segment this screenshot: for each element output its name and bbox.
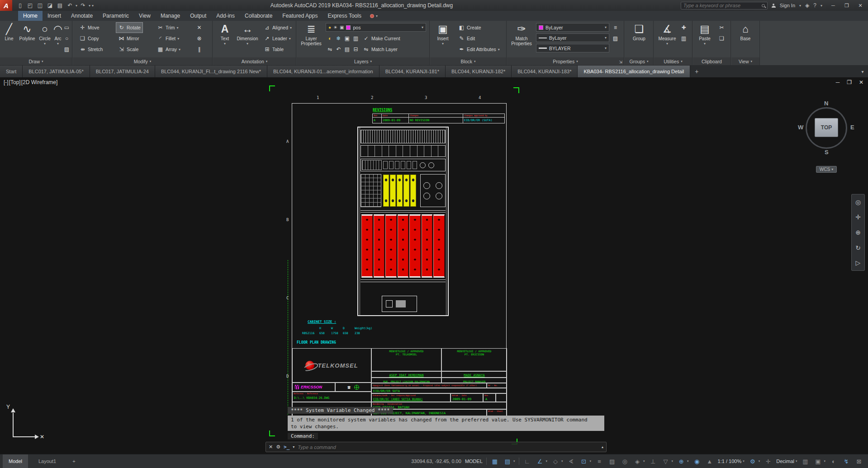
file-tab[interactable]: BLC044, KURANJI-01...acement_information [267,66,379,77]
viewcube-west[interactable]: W [798,124,803,131]
leader-tool[interactable]: ↗Leader▾ [262,33,293,43]
quick-select-tool[interactable]: ▥ [680,33,687,43]
measure-tool[interactable]: ∡ Measure ▾ [656,22,678,57]
gizmo-dropdown-icon[interactable]: ▾ [687,459,689,463]
ribbon-tab-parametric[interactable]: Parametric [98,11,134,21]
ribbon-tab-insert[interactable]: Insert [43,11,66,21]
clean-screen-icon[interactable]: ⊠ [854,458,863,465]
match-properties-tool[interactable]: ✑ Match Properties [509,22,534,57]
redo-dropdown-icon[interactable]: ▾ [89,4,90,8]
view-controls-button[interactable]: [Top] [9,79,21,85]
ribbon-tab-output[interactable]: Output [185,11,211,21]
save-icon[interactable]: ◫ [36,1,44,10]
file-tab-active[interactable]: KBA034- RBS2116_allocation_drawing Detai… [578,66,690,77]
panel-label-modify[interactable]: Modify▾ [73,57,212,65]
ribbon-tab-addins[interactable]: Add-ins [211,11,240,21]
autoscale-icon[interactable]: ▲ [705,458,714,465]
properties-list-tool[interactable]: ≡ [612,23,619,33]
recent-commands-icon[interactable]: ▾ [293,445,294,449]
copy-tool[interactable]: ❏Copy [77,33,101,43]
file-tab[interactable]: BLC017, JATIMULIA-05* [23,66,90,77]
move-tool[interactable]: ✛Move [77,23,101,33]
layer-properties-tool[interactable]: ≣ Layer Properties [299,22,324,57]
lineweight-dropdown[interactable]: BYLAYER ▾ [536,44,609,52]
explode-tool[interactable]: ⊗ [196,33,203,43]
snap-dropdown-icon[interactable]: ▾ [513,459,515,463]
showmotion-icon[interactable]: ▷ [856,259,861,266]
orbit-icon[interactable]: ↻ [855,244,861,251]
id-point-tool[interactable]: ✚ [680,23,687,33]
rectangle-tool[interactable]: ▭ [63,23,70,33]
file-tab[interactable]: BLC044, KURANJI-183* [512,66,578,77]
grid-icon[interactable]: ▦ [490,458,499,465]
aligned-tool[interactable]: ⊿Aligned▾ [262,23,294,33]
edit-attributes-tool[interactable]: ✒Edit Attributes▾ [456,44,502,54]
ortho-icon[interactable]: ∟ [523,458,532,465]
isometric-drafting-icon[interactable]: ◇ [551,458,560,465]
units-dropdown-icon[interactable]: ▾ [796,459,797,463]
linetype-dropdown-arrow-icon[interactable]: ▾ [605,36,607,40]
layer-dropdown-arrow-icon[interactable]: ▾ [422,25,423,29]
layer-off-icon[interactable]: ◐ [327,35,333,42]
make-current-tool[interactable]: ✓Make Current [361,33,402,43]
new-drawing-tab-button[interactable]: + [690,66,703,77]
transparency-icon[interactable]: ▨ [607,458,617,465]
annotation-scale-button[interactable]: 1:1 / 100% [718,459,742,464]
polar-dropdown-icon[interactable]: ▾ [546,459,548,463]
isolate-objects-icon[interactable]: ◐ [829,458,838,465]
create-block-tool[interactable]: ◧Create [456,23,483,33]
iso-dropdown-icon[interactable]: ▾ [561,459,563,463]
color-dropdown-arrow-icon[interactable]: ▾ [605,25,607,29]
graphics-performance-icon[interactable]: ↯ [842,458,851,465]
transparency-tool[interactable]: ▨ [612,33,619,43]
selection-cycling-icon[interactable]: ◎ [620,458,629,465]
layer-isolate-icon[interactable]: ▥ [352,35,359,42]
drawing-sheet[interactable]: REVISIONS Rev Date Changes Changes appro… [292,103,507,416]
qat-customize-icon[interactable]: ▾ [92,4,94,8]
doc-close-icon[interactable]: ✕ [859,79,863,85]
tab-overflow-icon[interactable]: ▾ [857,66,868,77]
layer-state-icon[interactable]: ▤ [344,46,351,52]
lineweight-icon[interactable]: ≡ [595,458,604,465]
signin-button[interactable]: Sign In [780,3,795,8]
open-file-icon[interactable]: ◰ [26,1,34,10]
redo-icon[interactable]: ↷ [79,1,87,10]
panel-label-clipboard[interactable]: Clipboard [693,57,730,65]
panel-label-utilities[interactable]: Utilities▾ [654,57,692,65]
lineweight-dropdown-arrow-icon[interactable]: ▾ [605,46,607,50]
file-tab-start[interactable]: Start [0,66,23,77]
plot-icon[interactable]: ▤ [56,1,64,10]
search-icon[interactable] [762,4,765,7]
color-dropdown[interactable]: ByLayer ▾ [536,23,609,32]
file-tab[interactable]: BLC044, KURANJI-182* [446,66,512,77]
erase-tool[interactable]: ✕ [196,23,203,33]
object-snap-tracking-icon[interactable]: ∢ [567,458,576,465]
edit-block-tool[interactable]: ✎Edit [456,33,477,43]
offset-tool[interactable]: ∥ [196,44,203,54]
command-line-bar[interactable]: ✕ ⚙ >_ ▾ ▴ [266,442,607,452]
arc-tool[interactable]: ◠ Arc ▾ [52,22,63,57]
viewcube-east[interactable]: E [850,124,854,131]
panel-label-layers[interactable]: Layers▾ [297,57,429,65]
gizmo-icon[interactable]: ⊕ [677,458,686,465]
polyline-tool[interactable]: ∿ Polyline [17,22,37,57]
cut-tool[interactable]: ✂ [718,23,725,33]
search-input[interactable] [683,3,759,8]
scale-tool[interactable]: ⇲Scale [116,44,140,54]
dimension-tool[interactable]: ↔ Dimension ▾ [235,22,260,57]
base-view-tool[interactable]: ⌂ Base [735,22,756,57]
table-tool[interactable]: ⊞Table [262,44,285,54]
app-store-icon[interactable]: ◈ [805,2,809,9]
ribbon-tab-home[interactable]: Home [18,11,43,21]
file-tab[interactable]: BLC044, KURANJI_Fl...t_drawing 2116 New* [155,66,267,77]
ribbon-tab-featured-apps[interactable]: Featured Apps [277,11,323,21]
object-snap-3d-icon[interactable]: ◈ [633,458,642,465]
rotate-tool[interactable]: ↻Rotate [116,23,142,33]
viewport-controls-button[interactable]: [-] [4,79,9,85]
viewcube-wcs-menu[interactable]: WCS▾ [816,166,837,173]
scale-dropdown-icon[interactable]: ▾ [743,459,745,463]
panel-label-properties[interactable]: Properties▾⇲ [507,57,624,65]
viewcube-south[interactable]: S [825,149,829,156]
lock-ui-icon[interactable]: ▣ [813,458,822,465]
lockui-dropdown-icon[interactable]: ▾ [824,459,825,463]
